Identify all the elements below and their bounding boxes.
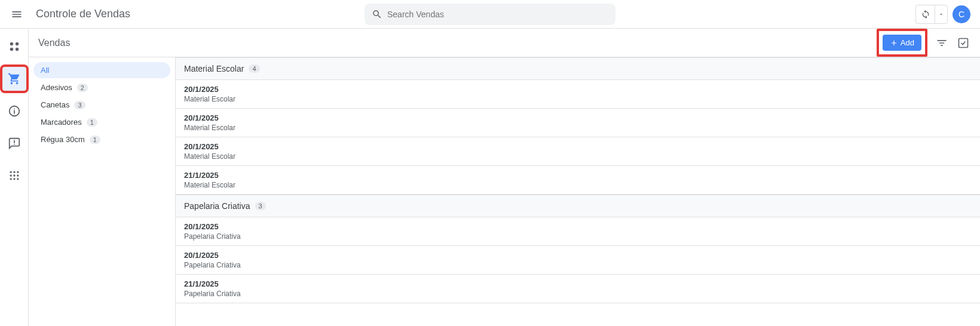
sidebar-item-label: Régua 30cm — [41, 135, 85, 144]
sidebar-item[interactable]: Marcadores1 — [33, 114, 170, 130]
rail-item-feedback[interactable] — [2, 131, 26, 155]
row-date: 21/1/2025 — [184, 171, 972, 180]
row-category: Papelaria Criativa — [184, 261, 972, 269]
page-title: Vendas — [38, 38, 70, 48]
layout: Vendas Add AllAdes — [0, 29, 980, 326]
svg-point-5 — [10, 171, 11, 173]
group-label: Papelaria Criativa — [184, 201, 250, 211]
toolbar: Vendas Add — [29, 29, 980, 57]
add-button-highlight: Add — [877, 29, 927, 57]
svg-point-11 — [10, 178, 11, 180]
row-date: 21/1/2025 — [184, 279, 972, 288]
header-actions: C — [915, 5, 970, 24]
svg-point-6 — [13, 171, 15, 173]
record-list: Material Escolar420/1/2025Material Escol… — [176, 57, 980, 326]
svg-point-13 — [17, 178, 19, 180]
sidebar-item[interactable]: Régua 30cm1 — [33, 131, 170, 147]
group-header[interactable]: Material Escolar4 — [176, 57, 980, 80]
svg-rect-14 — [959, 38, 968, 47]
svg-point-3 — [15, 48, 19, 51]
row-date: 20/1/2025 — [184, 222, 972, 231]
table-row[interactable]: 20/1/2025Papelaria Criativa — [176, 217, 980, 246]
sidebar-item-label: Marcadores — [41, 118, 82, 127]
check-icon[interactable] — [956, 36, 970, 50]
sidebar-item[interactable]: Adesivos2 — [33, 79, 170, 96]
filter-sidebar: AllAdesivos2Canetas3Marcadores1Régua 30c… — [29, 57, 176, 326]
row-date: 20/1/2025 — [184, 113, 972, 122]
table-row[interactable]: 20/1/2025Papelaria Criativa — [176, 246, 980, 275]
row-date: 20/1/2025 — [184, 85, 972, 94]
sidebar-item-label: Canetas — [41, 100, 69, 109]
sidebar-item[interactable]: Canetas3 — [33, 97, 170, 113]
rail-item-home[interactable] — [2, 35, 26, 59]
row-category: Papelaria Criativa — [184, 290, 972, 298]
row-category: Material Escolar — [184, 95, 972, 103]
avatar[interactable]: C — [953, 5, 970, 23]
svg-point-7 — [17, 171, 19, 173]
caret-down-icon — [935, 11, 947, 17]
rail-item-vendas[interactable] — [2, 67, 26, 91]
row-date: 20/1/2025 — [184, 142, 972, 151]
rail-item-apps[interactable] — [2, 164, 26, 187]
svg-point-9 — [13, 174, 15, 176]
svg-point-12 — [13, 178, 15, 180]
svg-point-2 — [10, 48, 13, 51]
table-row[interactable]: 20/1/2025Material Escolar — [176, 109, 980, 137]
group-label: Material Escolar — [184, 64, 244, 73]
row-category: Papelaria Criativa — [184, 232, 972, 241]
row-category: Material Escolar — [184, 124, 972, 132]
svg-point-8 — [10, 174, 11, 176]
sidebar-item-label: All — [41, 66, 49, 75]
main-area: AllAdesivos2Canetas3Marcadores1Régua 30c… — [29, 57, 980, 326]
menu-icon[interactable] — [10, 7, 24, 21]
search-icon — [372, 9, 382, 20]
nav-rail — [0, 29, 29, 326]
search-input[interactable] — [387, 10, 608, 19]
table-row[interactable]: 21/1/2025Material Escolar — [176, 166, 980, 195]
svg-point-10 — [17, 174, 19, 176]
table-row[interactable]: 21/1/2025Papelaria Criativa — [176, 275, 980, 303]
count-badge: 3 — [255, 202, 266, 210]
app-title: Controle de Vendas — [36, 8, 130, 20]
sidebar-item[interactable]: All — [33, 62, 170, 78]
group-header[interactable]: Papelaria Criativa3 — [176, 195, 980, 217]
sync-button[interactable] — [915, 5, 948, 24]
svg-point-1 — [15, 42, 19, 46]
count-badge: 1 — [90, 136, 100, 144]
filter-icon[interactable] — [935, 36, 949, 50]
add-button[interactable]: Add — [883, 35, 921, 51]
table-row[interactable]: 20/1/2025Material Escolar — [176, 137, 980, 166]
row-date: 20/1/2025 — [184, 251, 972, 260]
toolbar-actions: Add — [877, 29, 970, 57]
row-category: Material Escolar — [184, 181, 972, 189]
content: Vendas Add AllAdes — [29, 29, 980, 326]
sidebar-item-label: Adesivos — [41, 83, 72, 92]
svg-point-0 — [10, 42, 13, 46]
count-badge: 3 — [74, 101, 85, 109]
sync-icon — [916, 5, 935, 23]
add-button-label: Add — [901, 38, 914, 47]
count-badge: 4 — [249, 64, 259, 73]
count-badge: 2 — [77, 84, 88, 92]
search-box[interactable] — [365, 4, 615, 25]
table-row[interactable]: 20/1/2025Material Escolar — [176, 80, 980, 109]
app-header: Controle de Vendas C — [0, 0, 980, 29]
row-category: Material Escolar — [184, 152, 972, 161]
plus-icon — [890, 39, 898, 47]
rail-item-info[interactable] — [2, 99, 26, 123]
count-badge: 1 — [87, 118, 97, 127]
